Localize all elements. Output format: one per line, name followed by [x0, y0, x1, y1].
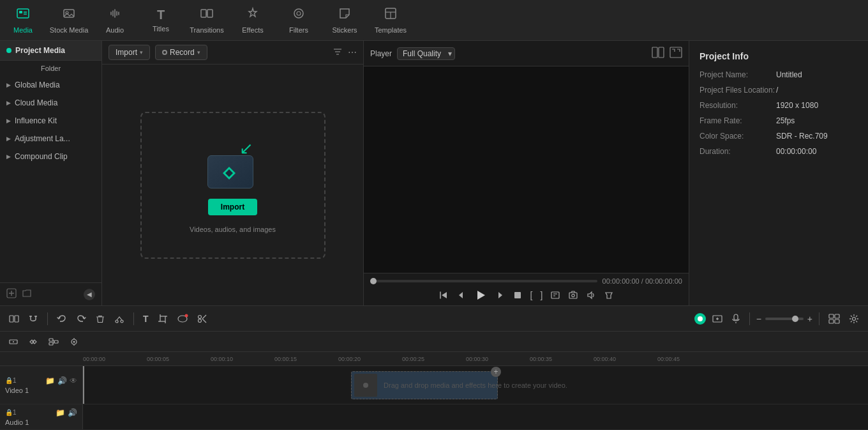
- video-track-header: 🔒1 📁 🔊 👁 Video 1: [0, 366, 83, 404]
- info-row-colorspace: Color Space: SDR - Rec.709: [700, 132, 858, 141]
- audio-track-mute-icon[interactable]: 🔊: [68, 408, 77, 417]
- add-clip-btn[interactable]: [710, 311, 725, 326]
- split-view-icon[interactable]: [652, 47, 664, 61]
- ruler-mark-3: 00:00:15: [274, 356, 338, 362]
- import-description: Videos, audios, and images: [190, 226, 276, 233]
- cut-btn[interactable]: [112, 311, 127, 326]
- info-label-framerate: Frame Rate:: [700, 116, 776, 125]
- svg-rect-7: [207, 10, 213, 17]
- audio-track-content[interactable]: [83, 404, 868, 429]
- scene-detect-btn[interactable]: [66, 335, 82, 349]
- ruler-marks: 00:00:00 00:00:05 00:00:10 00:00:15 00:0…: [83, 356, 868, 362]
- record-chevron-icon: ▾: [197, 49, 200, 56]
- svg-rect-35: [96, 316, 104, 317]
- fullscreen-icon[interactable]: [670, 47, 682, 61]
- sidebar-item-global-media[interactable]: ▶ Global Media: [0, 76, 101, 94]
- info-label-name: Project Name:: [700, 70, 776, 79]
- scissors-btn[interactable]: [195, 311, 210, 326]
- sidebar-item-cloud-media[interactable]: ▶ Cloud Media: [0, 94, 101, 112]
- video-track-icons: 📁 🔊 👁: [45, 376, 77, 385]
- add-track-btn[interactable]: [6, 335, 20, 349]
- progress-track[interactable]: [370, 280, 597, 282]
- microphone-btn[interactable]: [729, 311, 743, 326]
- snapshot-icon[interactable]: [568, 290, 578, 300]
- separator-4: [819, 312, 819, 325]
- clip-add-btn[interactable]: +: [491, 367, 501, 377]
- folder-add-icon[interactable]: [22, 288, 32, 300]
- collapse-sidebar-btn[interactable]: ◀: [84, 289, 95, 300]
- sidebar-item-influence-kit[interactable]: ▶ Influence Kit: [0, 112, 101, 130]
- audio-track-label: Audio 1: [5, 418, 77, 426]
- sidebar-title: Project Media: [15, 46, 65, 55]
- import-chevron-icon: ▾: [140, 49, 143, 56]
- zoom-slider[interactable]: [765, 318, 804, 320]
- frame-back-icon[interactable]: [456, 290, 467, 300]
- sidebar-item-compound-clip[interactable]: ▶ Compound Clip: [0, 148, 101, 165]
- import-drop-zone[interactable]: ↙ Import Videos, audios, and images: [140, 112, 326, 259]
- out-point-icon[interactable]: ]: [541, 290, 543, 300]
- play-button[interactable]: [474, 289, 487, 302]
- video-track-eye-icon[interactable]: 👁: [70, 376, 77, 385]
- sidebar-folder[interactable]: Folder: [0, 61, 101, 76]
- redo-btn[interactable]: [73, 311, 89, 326]
- filter-icon[interactable]: [333, 47, 343, 59]
- zoom-out-btn[interactable]: −: [756, 314, 761, 324]
- audio-icon[interactable]: [586, 290, 596, 300]
- more-controls-icon[interactable]: [604, 290, 614, 300]
- add-media-icon[interactable]: [6, 288, 17, 300]
- in-point-icon[interactable]: [: [530, 290, 533, 300]
- settings-btn[interactable]: [846, 311, 862, 326]
- audio-track-folder-icon[interactable]: 📁: [56, 408, 65, 417]
- progress-thumb[interactable]: [370, 278, 377, 284]
- import-drop-button[interactable]: Import: [208, 199, 257, 215]
- video-track-audio-icon[interactable]: 🔊: [57, 376, 67, 385]
- nav-audio[interactable]: Audio: [92, 0, 138, 41]
- video-track-folder-icon[interactable]: 📁: [45, 376, 55, 385]
- quality-select[interactable]: Full Quality 1/2 Quality 1/4 Quality: [397, 47, 455, 60]
- import-button[interactable]: Import ▾: [108, 45, 150, 60]
- nav-stock-media[interactable]: Stock Media: [46, 0, 92, 41]
- scene-split-btn[interactable]: [6, 311, 22, 326]
- more-icon[interactable]: ⋯: [348, 47, 357, 58]
- skip-back-icon[interactable]: [438, 290, 449, 300]
- nav-titles[interactable]: T Titles: [138, 0, 184, 41]
- zoom-in-btn[interactable]: +: [807, 314, 812, 324]
- nav-effects[interactable]: Effects: [230, 0, 276, 41]
- nav-transitions[interactable]: Transitions: [184, 0, 230, 41]
- audio-track-controls: 🔒1 📁 🔊: [5, 408, 77, 417]
- video-track-content[interactable]: + Drag and drop media and effects here t…: [83, 366, 868, 404]
- svg-rect-63: [49, 342, 53, 345]
- text-btn[interactable]: T: [140, 311, 151, 326]
- svg-point-9: [297, 12, 301, 15]
- info-value-resolution: 1920 x 1080: [776, 101, 818, 110]
- player-toolbar: Player Full Quality 1/2 Quality 1/4 Qual…: [364, 41, 689, 66]
- player-controls: 00:00:00:00 / 00:00:00:00: [364, 273, 689, 305]
- record-button[interactable]: Record ▾: [155, 45, 207, 60]
- player-progress-bar: 00:00:00:00 / 00:00:00:00: [370, 277, 682, 285]
- magnet-tool-btn[interactable]: [26, 311, 41, 326]
- nav-templates[interactable]: Templates: [368, 0, 414, 41]
- ruler-mark-0: 00:00:00: [83, 356, 147, 362]
- nav-stickers[interactable]: Stickers: [322, 0, 368, 41]
- ruler-mark-7: 00:00:35: [530, 356, 594, 362]
- stop-button[interactable]: [513, 290, 523, 300]
- player-panel: Player Full Quality 1/2 Quality 1/4 Qual…: [364, 41, 689, 305]
- undo-btn[interactable]: [54, 311, 70, 326]
- nav-stickers-label: Stickers: [332, 26, 357, 34]
- mark-icon[interactable]: [550, 290, 560, 300]
- delete-btn[interactable]: [93, 311, 108, 326]
- nav-media-label: Media: [13, 26, 33, 34]
- video-track-info: 🔒1 📁 🔊 👁 Video 1: [5, 376, 77, 394]
- svg-rect-30: [10, 316, 13, 322]
- nav-filters[interactable]: Filters: [276, 0, 322, 41]
- link-track-btn[interactable]: [26, 335, 41, 349]
- group-track-btn[interactable]: [46, 335, 61, 349]
- ai-btn[interactable]: [174, 311, 191, 326]
- layout-toggle-btn[interactable]: [826, 311, 842, 326]
- nav-media[interactable]: Media: [0, 0, 46, 41]
- ruler-mark-6: 00:00:30: [466, 356, 530, 362]
- sidebar-item-adjustment-layer[interactable]: ▶ Adjustment La...: [0, 130, 101, 148]
- frame-forward-icon[interactable]: [495, 290, 505, 300]
- top-nav: Media Stock Media Audio T Titles: [0, 0, 868, 41]
- crop-btn[interactable]: [155, 311, 170, 326]
